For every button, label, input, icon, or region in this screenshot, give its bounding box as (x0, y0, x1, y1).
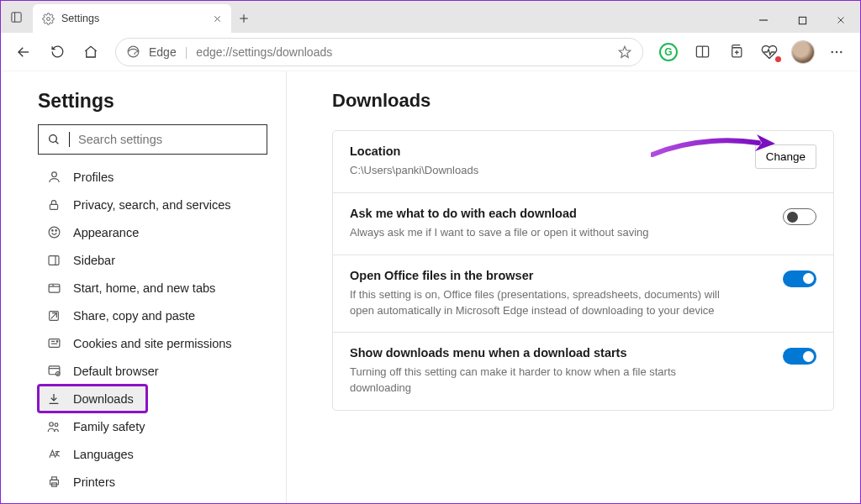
nav-label: Cookies and site permissions (73, 337, 232, 350)
card-open-office: Open Office files in the browser If this… (333, 255, 833, 333)
printer-icon (46, 475, 61, 490)
settings-nav: Profiles Privacy, search, and services A… (38, 163, 269, 496)
language-icon (46, 447, 61, 462)
svg-point-26 (49, 227, 60, 238)
nav-item-family[interactable]: Family safety (38, 412, 267, 440)
settings-heading: Settings (38, 90, 269, 113)
nav-item-profiles[interactable]: Profiles (38, 163, 267, 191)
svg-point-44 (50, 422, 54, 426)
nav-item-share[interactable]: Share, copy and paste (38, 302, 267, 329)
svg-point-19 (832, 50, 833, 52)
engine-label: Edge (149, 45, 177, 59)
svg-rect-0 (11, 12, 20, 21)
svg-point-38 (56, 341, 57, 342)
download-path: C:\Users\panki\Downloads (350, 163, 705, 179)
page-title: Downloads (332, 90, 840, 112)
toggle-show-menu[interactable] (783, 348, 816, 365)
window-minimize-button[interactable] (744, 8, 783, 33)
svg-rect-35 (49, 339, 60, 348)
svg-marker-13 (619, 46, 631, 57)
edge-logo-icon (126, 45, 140, 59)
more-menu-button[interactable] (820, 37, 853, 67)
window-maximize-button[interactable] (783, 8, 821, 33)
svg-rect-25 (50, 204, 57, 209)
card-show-menu: Show downloads menu when a download star… (333, 333, 833, 410)
change-location-button[interactable]: Change (755, 144, 816, 169)
svg-point-27 (51, 230, 52, 231)
nav-label: Default browser (73, 365, 159, 378)
svg-point-20 (836, 50, 837, 52)
browser-icon (46, 364, 61, 379)
nav-label: Family safety (73, 420, 145, 433)
tab-title: Settings (61, 13, 204, 24)
svg-point-28 (55, 230, 55, 231)
profile-avatar[interactable] (786, 37, 820, 67)
nav-item-cookies[interactable]: Cookies and site permissions (38, 329, 267, 357)
new-tab-button[interactable] (231, 4, 256, 33)
toggle-open-office[interactable] (783, 270, 816, 287)
nav-label: Languages (73, 448, 134, 461)
window-close-button[interactable] (821, 8, 860, 33)
card-subtitle: Turning off this setting can make it har… (350, 365, 732, 396)
browser-tab[interactable]: Settings (33, 4, 231, 33)
svg-rect-48 (51, 477, 56, 480)
search-settings-field[interactable] (78, 133, 258, 146)
nav-item-sidebar[interactable]: Sidebar (38, 246, 267, 274)
svg-point-21 (840, 50, 842, 52)
refresh-button[interactable] (41, 37, 73, 67)
tabs-icon (46, 281, 61, 296)
appearance-icon (46, 225, 61, 240)
nav-label: Downloads (73, 392, 134, 406)
split-screen-icon[interactable] (685, 37, 719, 67)
home-button[interactable] (75, 37, 107, 67)
nav-label: Profiles (73, 171, 114, 184)
nav-item-start[interactable]: Start, home, and new tabs (38, 274, 267, 302)
svg-point-22 (50, 135, 57, 143)
window-titlebar: Settings (1, 1, 860, 33)
lock-icon (46, 197, 61, 213)
text-caret (69, 132, 70, 147)
svg-point-2 (46, 17, 50, 20)
card-subtitle: If this setting is on, Office files (pre… (350, 287, 732, 319)
nav-item-default-browser[interactable]: Default browser (38, 357, 267, 385)
nav-item-downloads[interactable]: Downloads (38, 385, 147, 412)
nav-label: Share, copy and paste (73, 309, 195, 323)
separator: | (185, 45, 188, 59)
extension-grammarly-icon[interactable]: G (652, 37, 685, 67)
family-icon (46, 419, 61, 434)
nav-item-appearance[interactable]: Appearance (38, 218, 267, 246)
settings-main: Downloads Location C:\Users\panki\Downlo… (287, 71, 860, 503)
settings-cards: Location C:\Users\panki\Downloads Change… (332, 130, 834, 411)
svg-rect-29 (49, 255, 59, 265)
nav-label: Printers (73, 475, 115, 489)
nav-item-printers[interactable]: Printers (38, 468, 267, 496)
share-icon (46, 308, 61, 323)
nav-item-languages[interactable]: Languages (38, 440, 267, 468)
favorite-star-icon[interactable] (617, 45, 632, 60)
health-icon[interactable] (753, 37, 786, 67)
tab-close-button[interactable] (211, 13, 223, 24)
card-title: Ask me what to do with each download (350, 207, 732, 220)
gear-icon (41, 12, 55, 25)
svg-point-24 (51, 172, 56, 177)
nav-label: Appearance (73, 226, 139, 239)
collections-icon[interactable] (719, 37, 753, 67)
svg-rect-47 (50, 480, 58, 485)
toggle-ask-download[interactable] (783, 208, 816, 225)
download-icon (46, 391, 61, 407)
search-settings-input[interactable] (38, 124, 267, 155)
svg-point-45 (55, 423, 58, 426)
back-button[interactable] (8, 37, 40, 67)
svg-rect-31 (49, 284, 60, 292)
card-title: Show downloads menu when a download star… (350, 346, 732, 360)
nav-item-privacy[interactable]: Privacy, search, and services (38, 191, 267, 218)
svg-rect-8 (799, 17, 806, 24)
tab-actions-button[interactable] (1, 1, 31, 33)
url-text: edge://settings/downloads (196, 45, 332, 59)
cookies-icon (46, 336, 61, 351)
card-title: Location (350, 144, 705, 158)
nav-label: Sidebar (73, 254, 115, 267)
settings-sidebar: Settings Profiles Privacy, search, and s… (1, 71, 287, 503)
address-bar[interactable]: Edge | edge://settings/downloads (115, 38, 643, 66)
nav-label: Start, home, and new tabs (73, 281, 215, 295)
